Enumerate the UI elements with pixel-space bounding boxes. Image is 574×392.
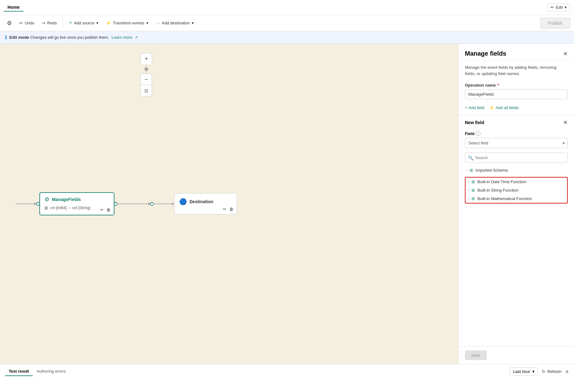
learn-more-link[interactable]: Learn more	[112, 35, 132, 40]
field-section: Field i Select field ▾	[459, 128, 574, 151]
destination-node[interactable]: 🔵 Destination ✏ 🗑	[174, 193, 237, 214]
add-source-chevron-icon: ▾	[96, 21, 98, 25]
middle-line	[117, 202, 151, 205]
panel-actions: + Add field ⚡ Add all fields	[459, 103, 574, 114]
search-input[interactable]	[465, 153, 568, 163]
grid-icon-imported: ⊞	[470, 168, 473, 173]
add-source-icon: ↗	[68, 21, 72, 25]
search-wrapper: 🔍	[459, 151, 574, 165]
grid-icon-math: ⊞	[471, 196, 475, 201]
delete-destination-button[interactable]: 🗑	[229, 207, 234, 212]
manage-fields-icon: ⚙	[44, 196, 49, 203]
redo-label: Redo	[47, 21, 57, 25]
info-icon: ℹ	[5, 34, 7, 40]
add-field-button[interactable]: + Add field	[465, 105, 484, 110]
dropdown-list: › ⊞ Imported Schema	[459, 165, 574, 177]
chevron-right-math-icon: ›	[468, 197, 469, 200]
dropdown-item-math[interactable]: › ⊞ Built-in Mathematical Function	[466, 194, 567, 203]
bottom-panel: Test result Authoring errors Last hour ▾…	[0, 364, 574, 392]
settings-button[interactable]: ⚙	[4, 18, 15, 28]
add-destination-button[interactable]: → Add destination ▾	[153, 19, 197, 27]
input-line	[16, 202, 37, 205]
add-field-plus-icon: +	[465, 105, 467, 110]
node-header: ⚙ ManageFields	[44, 196, 109, 203]
manage-fields-node[interactable]: ⚙ ManageFields ⊞ cnt [Int64] → cnt [Stri…	[39, 192, 114, 215]
edit-chevron-icon: ▾	[565, 5, 567, 10]
flow-container: ⚙ ManageFields ⊞ cnt [Int64] → cnt [Stri…	[16, 192, 237, 215]
destination-icon: 🔵	[179, 198, 187, 205]
time-select[interactable]: Last hour ▾	[510, 367, 538, 376]
node-body: ⊞ cnt [Int64] → cnt [String]	[44, 205, 109, 210]
tab-authoring-errors[interactable]: Authoring errors	[33, 367, 69, 376]
dropdown-item-string[interactable]: › ⊞ Built-in String Function	[466, 186, 567, 194]
delete-node-button[interactable]: 🗑	[106, 207, 111, 212]
zoom-controls: + − ⊡	[141, 53, 152, 96]
destination-actions: ✏ 🗑	[223, 207, 234, 212]
new-field-title: New field	[465, 120, 484, 125]
fit-icon: ⊡	[144, 88, 148, 93]
edit-destination-button[interactable]: ✏	[223, 207, 227, 212]
operation-name-label: Operation name *	[465, 83, 568, 88]
tab-test-result[interactable]: Test result	[5, 367, 33, 376]
transform-label: Transform events	[113, 21, 144, 25]
collapse-button[interactable]: ∧	[565, 369, 569, 374]
refresh-label: Refresh	[547, 369, 561, 374]
panel-close-button[interactable]: ✕	[563, 50, 568, 57]
redo-button[interactable]: ↪ Redo	[39, 19, 60, 27]
add-all-fields-button[interactable]: ⚡ Add all fields	[489, 105, 519, 110]
add-destination-icon: →	[156, 21, 160, 25]
canvas[interactable]: + − ⊡ ⚙ ManageFields	[0, 44, 458, 364]
chevron-right-datetime-icon: ›	[468, 180, 469, 183]
add-all-fields-label: Add all fields	[496, 105, 519, 110]
undo-icon: ↩	[19, 21, 23, 25]
edit-button[interactable]: ✏ Edit ▾	[547, 3, 570, 11]
refresh-button[interactable]: ↻ Refresh	[542, 369, 561, 374]
new-field-close-button[interactable]: ✕	[563, 119, 568, 126]
publish-button[interactable]: Publish	[540, 18, 570, 28]
second-line	[153, 202, 174, 205]
mapping-text: cnt [Int64] → cnt [String]	[50, 206, 90, 210]
field-info-icon: i	[476, 131, 481, 136]
manage-fields-title: ManageFields	[52, 197, 81, 202]
dropdown-item-datetime[interactable]: › ⊞ Built-in Date Time Function	[466, 178, 567, 186]
destination-title: Destination	[189, 199, 213, 204]
transform-events-button[interactable]: ⚡ Transform events ▾	[103, 19, 152, 27]
home-tab[interactable]: Home	[4, 3, 23, 12]
panel-title: Manage fields	[465, 50, 506, 57]
operation-name-section: Operation name *	[459, 79, 574, 103]
bottom-tabs: Test result Authoring errors	[5, 367, 69, 376]
fit-button[interactable]: ⊡	[141, 85, 152, 96]
undo-button[interactable]: ↩ Undo	[16, 19, 38, 27]
edit-node-button[interactable]: ✏	[100, 207, 104, 212]
add-destination-chevron-icon: ▾	[192, 21, 194, 25]
required-star: *	[498, 83, 499, 88]
select-field-dropdown[interactable]: Select field	[465, 138, 568, 148]
mapping-icon: ⊞	[44, 205, 48, 210]
right-panel: Manage fields ✕ Manage the event fields …	[458, 44, 574, 364]
imported-schema-label: Imported Schema	[476, 168, 508, 173]
zoom-in-button[interactable]: +	[141, 53, 152, 64]
refresh-icon: ↻	[542, 369, 545, 374]
edit-mode-bar: ℹ Edit mode Changes will go live once yo…	[0, 31, 574, 44]
zoom-out-button[interactable]: −	[141, 74, 152, 85]
add-destination-label: Add destination	[162, 21, 190, 25]
settings-icon: ⚙	[7, 20, 12, 27]
node-actions: ✏ 🗑	[100, 207, 111, 212]
dropdown-item-imported[interactable]: › ⊞ Imported Schema	[465, 166, 568, 174]
transform-icon: ⚡	[106, 21, 111, 25]
time-select-label: Last hour	[513, 369, 530, 374]
new-field-header: New field ✕	[459, 115, 574, 128]
string-label: Built-in String Function	[477, 188, 518, 193]
grid-icon-datetime: ⊞	[471, 179, 475, 184]
math-label: Built-in Mathematical Function	[477, 196, 532, 201]
chevron-right-string-icon: ›	[468, 188, 469, 192]
grid-icon-string: ⊞	[471, 188, 475, 193]
chevron-right-icon: ›	[466, 168, 467, 172]
select-wrapper: Select field ▾	[465, 138, 568, 148]
operation-name-input[interactable]	[465, 89, 568, 99]
bottom-controls: Last hour ▾ ↻ Refresh ∧	[510, 367, 569, 376]
add-source-button[interactable]: ↗ Add source ▾	[65, 19, 102, 27]
add-field-label: Add field	[469, 105, 485, 110]
highlighted-section: › ⊞ Built-in Date Time Function › ⊞ Buil…	[465, 177, 568, 204]
save-button[interactable]: Save	[465, 350, 487, 360]
